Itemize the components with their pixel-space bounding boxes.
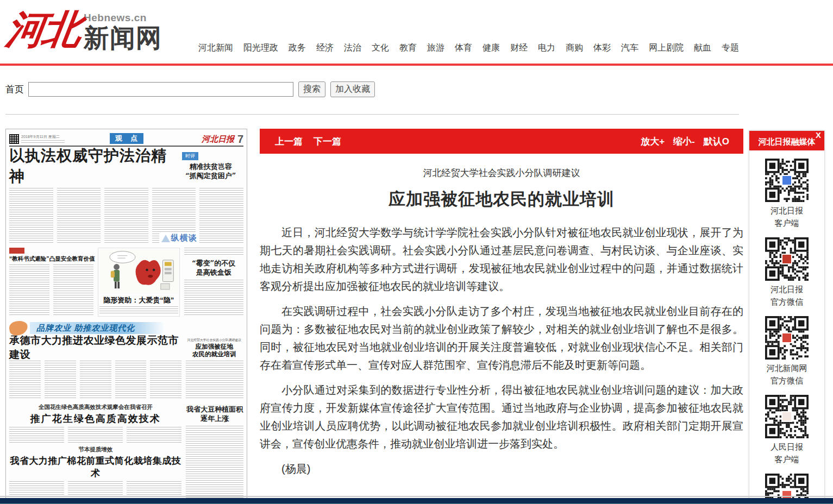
newspaper-headline-peanut: 推广花生绿色高质高效技术 [9,412,181,425]
article-kicker: 河北经贸大学社会实践小分队调研建议 [260,167,743,179]
search-bar: 首页 搜索 加入收藏 [5,81,375,97]
newspaper-peanut-kicker: 全国花生绿色高质高效技术观摩会在我省召开 [9,404,181,411]
newspaper-text-columns-5 [9,481,181,497]
nav-item-finance[interactable]: 财经 [510,42,528,54]
newspaper-cartoon-credit [99,306,178,315]
newspaper-headline-soybean: 我省大豆种植面积 逐年上涨 [186,405,243,423]
article-body: 近日，河北经贸大学数学与统计学学院社会实践小分队针对被征地农民就业创业现状，展开… [260,224,743,453]
nav-item-shopping[interactable]: 商购 [566,42,583,54]
media-panel: 河北日报融媒体 X 河北日报客户端 河北日报官方微信 河北新闻网官方微信 人民日… [749,130,825,504]
logo-brand-dark: 新闻网 [84,24,162,52]
header-divider [0,64,833,66]
qr-item-hbrb-app: 河北日报客户端 [749,159,824,229]
qr-caption: 河北日报客户端 [771,204,803,229]
media-panel-title: 河北日报融媒体 [759,137,816,150]
qr-item-hbrb-wechat: 河北日报官方微信 [749,237,824,308]
font-zoom-out-button[interactable]: 缩小- [673,135,695,148]
font-default-button[interactable]: 默认O [704,135,729,148]
newspaper-cotton-kicker: 节本提质增效 [9,446,181,453]
newspaper-headline-side: 精准扶贫岂容 “抓阄定贫困户” [185,162,236,180]
newspaper-headline-mid-right: “霉变”的不仅 是高铁盒饭 [184,259,243,277]
nav-item-power[interactable]: 电力 [538,42,555,54]
qr-center-logo [781,254,792,264]
article-title: 应加强被征地农民的就业培训 [260,188,743,211]
nav-item-culture[interactable]: 文化 [372,42,389,54]
site-header: 河北 Hebnews.cn 新闻网 河北新闻 阳光理政 政务 经济 法治 文化 … [0,0,833,64]
search-input[interactable] [28,82,293,97]
newspaper-page-image: 2018年9月11日 星期二 观 点 河北日报 7 以执法权威守护法治精神 时评… [5,129,247,500]
nav-item-lottery[interactable]: 体彩 [593,42,611,54]
footer-divider [0,496,833,497]
nav-item-sunshine-gov[interactable]: 阳光理政 [243,42,278,54]
newspaper-side-tag: 时评 [182,152,198,160]
logo-brand-red: 河北 [3,7,82,52]
font-zoom-in-button[interactable]: 放大+ [641,135,665,148]
newspaper-cartoon-caption: 隐形资助：大爱贵“隐” [99,295,178,305]
content-divider [5,114,739,115]
site-logo[interactable]: 河北 Hebnews.cn 新闻网 [7,7,162,52]
nav-item-health[interactable]: 健康 [483,42,500,54]
article-byline: (杨晨) [260,462,743,476]
qr-item-hebnews-wechat: 河北新闻网官方微信 [749,316,824,387]
search-button[interactable]: 搜索 [298,81,325,97]
qr-caption: 河北新闻网官方微信 [767,362,807,387]
newspaper-date-text: 2018年9月11日 星期二 [21,135,60,138]
article-paragraph: 近日，河北经贸大学数学与统计学学院社会实践小分队针对被征地农民就业创业现状，展开… [260,224,743,295]
qr-caption: 河北日报官方微信 [771,283,803,308]
newspaper-masthead: 2018年9月11日 星期二 观 点 河北日报 7 [9,133,243,147]
article-paragraph: 小分队通过对采集到的数据进行专业性分析，得出被征地农民就业创业培训问题的建议：加… [260,381,743,453]
newspaper-dateline: 2018年9月11日 星期二 [21,135,70,143]
newspaper-text-columns-4 [9,427,181,443]
newspaper-column-graphic: 纵横谈 [159,232,199,244]
main-nav: 河北新闻 阳光理政 政务 经济 法治 文化 教育 旅游 体育 健康 财经 电力 … [198,42,739,54]
article-panel: 上一篇 下一篇 放大+ 缩小- 默认O 河北经贸大学社会实践小分队调研建议 应加… [260,129,743,476]
nav-item-law[interactable]: 法治 [344,42,361,54]
nav-item-hebei-news[interactable]: 河北新闻 [198,42,233,54]
nav-item-travel[interactable]: 旅游 [427,42,444,54]
close-icon[interactable]: X [816,131,821,140]
qr-center-logo [781,332,792,343]
nav-item-sports[interactable]: 体育 [455,42,472,54]
qr-caption: 人民日报客户端 [771,440,803,465]
newspaper-banner: 品牌农业 助推农业现代化 [30,322,166,334]
prev-article-button[interactable]: 上一篇 [275,135,303,148]
newspaper-headline-cotton: 我省大力推广棉花前重式简化栽培集成技术 [9,455,181,480]
newspaper-headline-mid-left: “教科书式避险”凸显安全教育价值 [9,255,93,263]
nav-item-economy[interactable]: 经济 [316,42,334,54]
newspaper-name: 河北日报 [202,134,234,144]
article-toolbar: 上一篇 下一篇 放大+ 缩小- 默认O [260,129,743,154]
add-favorite-button[interactable]: 加入收藏 [330,81,375,97]
logo-domain-text: Hebnews.cn [84,12,162,24]
newspaper-qr-icon [9,134,19,144]
newspaper-red-tag [9,248,24,254]
home-link[interactable]: 首页 [5,83,24,96]
newspaper-edition-info [21,140,65,143]
next-article-button[interactable]: 下一篇 [314,135,341,148]
qr-center-logo [781,411,792,422]
cartoon-illustration [99,249,178,294]
newspaper-headline-main: 以执法权威守护法治精神 [9,147,178,186]
footer-bar [0,498,833,504]
qr-center-logo [781,175,792,186]
article-paragraph: 在实践调研过程中，社会实践小分队走访了多个村庄，发现当地被征地农民就业创业目前存… [260,303,743,374]
newspaper-section-badge: 观 点 [110,133,143,144]
newspaper-headline-chengde: 承德市大力推进农业绿色发展示范市建设 [9,336,185,359]
nav-item-gov-affairs[interactable]: 政务 [289,42,306,54]
qr-item-rmrb-app: 人民日报客户端 [749,395,824,465]
nav-item-education[interactable]: 教育 [399,42,417,54]
nav-item-online-theater[interactable]: 网上剧院 [649,42,684,54]
newspaper-mini-article: 河北经贸大学社会实践小分队调研建议 应加强被征地 农民的就业培训 [185,336,243,359]
newspaper-text-columns-2 [9,264,93,317]
media-panel-header: 河北日报融媒体 X [749,131,824,150]
newspaper-text-columns-3 [9,359,243,401]
nav-item-blood-donation[interactable]: 献血 [694,42,711,54]
arrow-up-icon [161,235,170,242]
nav-item-special-topics[interactable]: 专题 [722,42,739,54]
newspaper-page-number: 7 [237,133,243,146]
newspaper-text-columns-1: 纵横谈 [9,186,243,245]
nav-item-auto[interactable]: 汽车 [621,42,638,54]
